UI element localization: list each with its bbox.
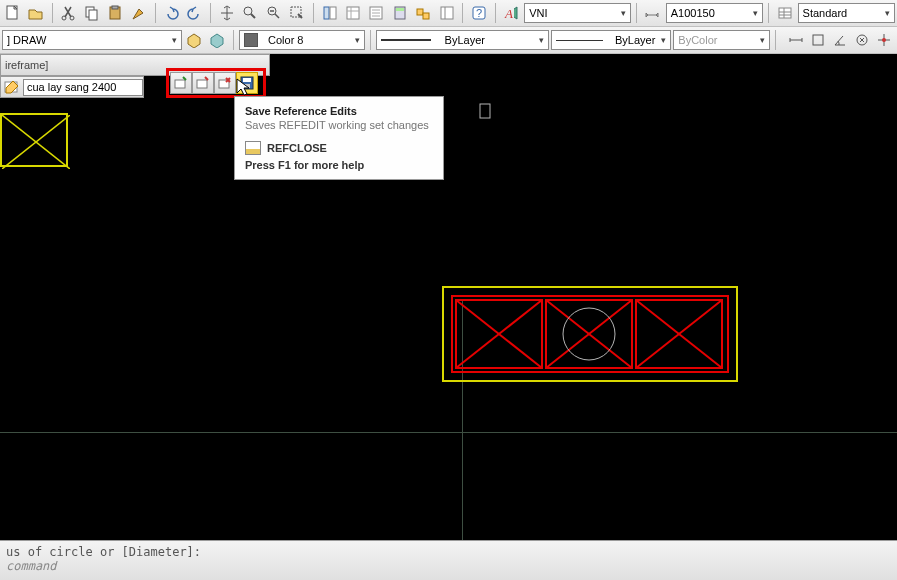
- new-icon[interactable]: [2, 2, 23, 24]
- chevron-down-icon: ▾: [621, 8, 626, 18]
- svg-point-1: [62, 16, 66, 20]
- command-line[interactable]: us of circle or [Diameter]: command: [0, 540, 897, 580]
- refedit-buttons: [170, 72, 258, 94]
- match-icon[interactable]: [128, 2, 149, 24]
- measure-area-icon[interactable]: [807, 29, 829, 51]
- separator: [768, 3, 769, 23]
- table-style-value: Standard: [803, 7, 848, 19]
- lineweight-preview: [556, 40, 603, 41]
- command-icon: [245, 141, 261, 155]
- svg-text:A: A: [504, 6, 513, 21]
- chevron-down-icon: ▾: [885, 8, 890, 18]
- layer-dropdown[interactable]: ] DRAW ▾: [2, 30, 182, 50]
- measure-angle-icon[interactable]: [829, 29, 851, 51]
- paste-icon[interactable]: [105, 2, 126, 24]
- separator: [636, 3, 637, 23]
- chevron-down-icon: ▾: [661, 35, 666, 45]
- color-dropdown[interactable]: Color 8 ▾: [239, 30, 365, 50]
- separator: [462, 3, 463, 23]
- zoom-realtime-icon[interactable]: [240, 2, 261, 24]
- font-value: VNI: [529, 7, 547, 19]
- cut-icon[interactable]: [58, 2, 79, 24]
- drawing-block-door[interactable]: [442, 286, 738, 382]
- sheet-set-icon[interactable]: [342, 2, 363, 24]
- refedit-toolbar: cua lay sang 2400: [0, 76, 144, 98]
- chevron-down-icon: ▾: [355, 35, 360, 45]
- svg-rect-27: [175, 80, 185, 88]
- properties-icon[interactable]: [319, 2, 340, 24]
- svg-rect-6: [112, 6, 118, 9]
- chevron-down-icon: ▾: [753, 8, 758, 18]
- drawing-rectangle-small[interactable]: [0, 113, 68, 167]
- svg-point-2: [70, 16, 74, 20]
- table-style-icon[interactable]: [774, 2, 795, 24]
- layer-value: ] DRAW: [7, 34, 46, 46]
- remove-from-workset-button[interactable]: [192, 72, 214, 94]
- svg-rect-4: [89, 10, 97, 20]
- table-style-dropdown[interactable]: Standard▾: [798, 3, 895, 23]
- undo-icon[interactable]: [160, 2, 181, 24]
- plotstyle-dropdown[interactable]: ByColor ▾: [673, 30, 770, 50]
- separator: [210, 3, 211, 23]
- tooltip-title: Save Reference Edits: [245, 105, 433, 117]
- svg-rect-16: [417, 9, 423, 15]
- font-dropdown[interactable]: VNI▾: [524, 3, 631, 23]
- svg-rect-12: [347, 7, 359, 19]
- tooltip-command: REFCLOSE: [267, 142, 327, 154]
- edit-reference-icon[interactable]: [3, 78, 21, 96]
- reference-name-value: cua lay sang 2400: [27, 81, 116, 93]
- svg-rect-18: [441, 7, 453, 19]
- linetype-dropdown[interactable]: ByLayer ▾: [376, 30, 550, 50]
- pan-icon[interactable]: [216, 2, 237, 24]
- id-point-icon[interactable]: [873, 29, 895, 51]
- list-icon[interactable]: [851, 29, 873, 51]
- open-icon[interactable]: [25, 2, 46, 24]
- dim-style-icon[interactable]: [642, 2, 663, 24]
- dimstyle-dropdown[interactable]: A100150▾: [666, 3, 763, 23]
- svg-rect-31: [243, 78, 251, 82]
- measure-distance-icon[interactable]: [785, 29, 807, 51]
- text-style-icon[interactable]: A: [501, 2, 522, 24]
- block-icon[interactable]: [413, 2, 434, 24]
- zoom-out-icon[interactable]: [263, 2, 284, 24]
- calc-icon[interactable]: [389, 2, 410, 24]
- view-label: ireframe]: [1, 59, 52, 71]
- svg-rect-35: [480, 104, 490, 118]
- discard-changes-button[interactable]: [214, 72, 236, 94]
- svg-point-7: [244, 7, 252, 15]
- separator: [155, 3, 156, 23]
- svg-rect-28: [197, 80, 207, 88]
- design-center-icon[interactable]: [436, 2, 457, 24]
- tooltip-command-row: REFCLOSE: [245, 141, 433, 155]
- svg-point-25: [882, 38, 886, 42]
- zoom-window-icon[interactable]: [287, 2, 308, 24]
- main-toolbar: ? A VNI▾ A100150▾ Standard▾: [0, 0, 897, 27]
- separator: [370, 30, 371, 50]
- svg-rect-10: [324, 7, 329, 19]
- separator: [495, 3, 496, 23]
- copy-icon[interactable]: [81, 2, 102, 24]
- plotstyle-value: ByColor: [678, 34, 717, 46]
- lineweight-value: ByLayer: [615, 34, 655, 46]
- svg-text:?: ?: [476, 7, 482, 19]
- svg-rect-15: [396, 8, 404, 11]
- color-swatch-icon: [244, 33, 258, 47]
- chevron-down-icon: ▾: [172, 35, 177, 45]
- svg-rect-32: [244, 84, 250, 88]
- linetype-preview: [381, 39, 431, 41]
- lineweight-dropdown[interactable]: ByLayer ▾: [551, 30, 671, 50]
- save-reference-edits-button[interactable]: [236, 72, 258, 94]
- tooltip: Save Reference Edits Saves REFEDIT worki…: [234, 96, 444, 180]
- redo-icon[interactable]: [184, 2, 205, 24]
- separator: [52, 3, 53, 23]
- command-prompt: command: [6, 559, 891, 573]
- help-icon[interactable]: ?: [468, 2, 489, 24]
- reference-name-field[interactable]: cua lay sang 2400: [23, 79, 143, 96]
- layer-states-icon[interactable]: [207, 29, 228, 51]
- svg-rect-23: [813, 35, 823, 45]
- add-to-workset-button[interactable]: [170, 72, 192, 94]
- layers-toolbar: ] DRAW ▾ Color 8 ▾ ByLayer ▾ ByLayer ▾ B…: [0, 27, 897, 54]
- svg-rect-11: [330, 7, 336, 19]
- layer-prev-icon[interactable]: [184, 29, 205, 51]
- tool-palettes-icon[interactable]: [366, 2, 387, 24]
